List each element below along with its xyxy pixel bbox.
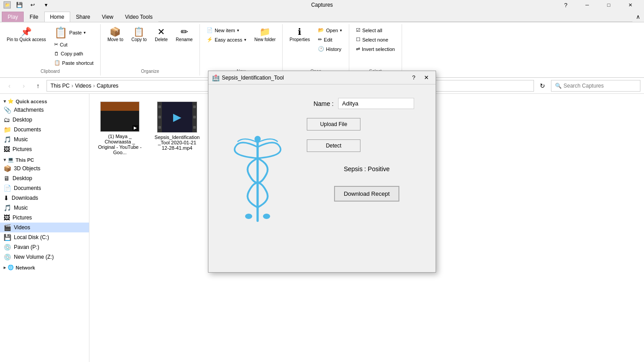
easy-access-icon: ⚡ [207,37,213,42]
newvolume-icon: 💿 [4,253,11,261]
minimize-button[interactable]: ─ [577,0,597,10]
delete-button[interactable]: ✕ Delete [152,26,171,43]
ribbon-collapse-btn[interactable]: ∧ [632,12,644,22]
new-group: 📄 New item ▾ ⚡ Easy access ▾ 📁 New folde… [200,24,283,76]
tab-file[interactable]: File [24,12,44,22]
sidebar-item-pictures[interactable]: 🖼 Pictures [0,213,89,223]
organize-content: 📦 Move to 📋 Copy to ✕ Delete ✏ Rename [104,26,196,67]
sidebar-item-music[interactable]: 🎵 Music [0,203,89,213]
up-button[interactable]: ↑ [32,80,44,92]
paste-shortcut-button[interactable]: 📋 Paste shortcut [51,59,97,67]
pictures-qa-icon: 🖼 [4,146,10,153]
clipboard-content: 📌 Pin to Quick access 📋 Paste ▾ ✂ Cut 🗒 [4,26,97,67]
history-icon: 🕐 [318,46,324,52]
easy-access-button[interactable]: ⚡ Easy access ▾ [203,35,250,44]
paste-button[interactable]: 📋 Paste ▾ [51,26,97,39]
sidebar-item-documents[interactable]: 📄 Documents [0,183,89,193]
desktop-icon: 🖥 [4,175,10,182]
open-button[interactable]: 📂 Open ▾ [315,26,345,34]
tab-share[interactable]: Share [70,12,96,22]
copy-path-button[interactable]: 🗒 Copy path [51,50,97,58]
list-item[interactable]: ▶ Sepsis_Identification_Tool 2020-01-21 … [150,97,204,159]
maximize-button[interactable]: □ [598,0,619,10]
refresh-button[interactable]: ↻ [537,80,548,92]
save-btn[interactable]: 💾 [13,0,25,10]
paste-dropdown-icon: ▾ [84,30,86,35]
pavan-icon: 💿 [4,244,11,251]
sidebar-item-desktop-qa[interactable]: 🗂 Desktop [0,115,89,125]
sidebar-item-downloads[interactable]: ⬇ Downloads [0,193,89,203]
breadcrumb-captures[interactable]: Captures [97,83,119,89]
new-item-icon: 📄 [207,27,213,33]
breadcrumb-videos[interactable]: Videos [75,83,91,89]
name-input[interactable] [338,98,414,109]
svg-point-3 [254,136,261,142]
invert-selection-button[interactable]: ⇌ Invert selection [353,45,398,53]
close-button[interactable]: ✕ [620,0,640,10]
sidebar-section-thispc[interactable]: ▾ 💻 This PC [0,154,89,164]
title-bar-left: 📁 💾 ↩ ▾ [4,0,52,10]
select-none-button[interactable]: ☐ Select none [353,35,398,44]
new-item-button[interactable]: 📄 New item ▾ [203,26,250,34]
window-controls: ? ─ □ ✕ [555,0,640,10]
cut-button[interactable]: ✂ Cut [51,40,97,49]
properties-button[interactable]: ℹ Properties [286,26,313,43]
edit-button[interactable]: ✏ Edit [315,35,345,44]
history-button[interactable]: 🕐 History [315,45,345,53]
videos-icon: 🎬 [4,224,11,231]
quickaccess-icon: ⭐ [8,98,14,104]
sidebar-item-pictures-qa[interactable]: 🖼 Pictures [0,144,89,154]
select-content: ☑ Select all ☐ Select none ⇌ Invert sele… [353,26,398,67]
tab-home[interactable]: Home [44,12,70,22]
sidebar-section-network[interactable]: ▸ 🌐 Network [0,262,89,271]
downloads-icon: ⬇ [4,194,9,202]
sidebar-item-pavan[interactable]: 💿 Pavan (P:) [0,242,89,252]
dialog-help-button[interactable]: ? [408,73,419,83]
thispc-arrow: ▾ [4,157,6,162]
select-group: ☑ Select all ☐ Select none ⇌ Invert sele… [349,24,402,76]
undo-btn[interactable]: ↩ [27,0,38,10]
forward-button[interactable]: › [18,80,30,92]
open-icon: 📂 [318,27,324,33]
select-all-button[interactable]: ☑ Select all [353,26,398,34]
sidebar-item-newvolume[interactable]: 💿 New Volume (Z:) [0,252,89,262]
breadcrumb-sep-1: › [72,83,73,89]
clipboard-group: 📌 Pin to Quick access 📋 Paste ▾ ✂ Cut 🗒 [0,24,101,76]
move-to-button[interactable]: 📦 Move to [104,26,127,43]
name-label: Name : [307,100,334,107]
download-receipt-button[interactable]: Download Recept [334,186,400,202]
breadcrumb-thispc[interactable]: This PC [51,83,70,89]
tab-view[interactable]: View [96,12,119,22]
detect-row: Detect [307,139,427,152]
sidebar-item-videos[interactable]: 🎬 Videos [0,223,89,232]
search-input[interactable] [564,83,636,89]
upload-file-button[interactable]: Upload File [307,118,360,130]
result-text: Sepsis : Positive [307,165,427,173]
network-icon: 🌐 [8,265,14,270]
sidebar-item-documents-qa[interactable]: 📁 Documents [0,125,89,135]
sidebar-item-attachments[interactable]: 📎 Attachments [0,105,89,115]
redo-btn[interactable]: ▾ [40,0,52,10]
rename-button[interactable]: ✏ Rename [173,26,196,43]
duration-badge-1: ▶ [132,125,138,130]
sidebar-section-quickaccess[interactable]: ▾ ⭐ Quick access [0,96,89,105]
sidebar-item-music-qa[interactable]: 🎵 Music [0,135,89,144]
list-item[interactable]: ▶ (1) Maya _ Chowraasta _ Original - You… [93,97,147,159]
dialog-close-button[interactable]: ✕ [420,73,432,83]
easy-access-dropdown-icon: ▾ [244,38,246,42]
pin-to-quick-access-button[interactable]: 📌 Pin to Quick access [4,26,49,43]
pin-icon: 📌 [21,27,32,36]
new-folder-button[interactable]: 📁 New folder [251,26,279,43]
sidebar-item-desktop[interactable]: 🖥 Desktop [0,173,89,183]
sidebar-item-localdisk[interactable]: 💾 Local Disk (C:) [0,232,89,242]
tab-video-tools[interactable]: Video Tools [119,12,159,22]
back-button[interactable]: ‹ [4,80,15,92]
tab-play[interactable]: Play [2,12,24,22]
detect-button[interactable]: Detect [307,139,360,152]
copy-path-icon: 🗒 [54,51,59,56]
sidebar-item-3dobjects[interactable]: 📦 3D Objects [0,164,89,173]
ribbon-tabs: Play File Home Share View Video Tools ∧ [0,10,644,22]
quick-access-toolbar: 💾 ↩ ▾ [13,0,52,10]
help-button[interactable]: ? [555,0,576,10]
copy-to-button[interactable]: 📋 Copy to [128,26,150,43]
